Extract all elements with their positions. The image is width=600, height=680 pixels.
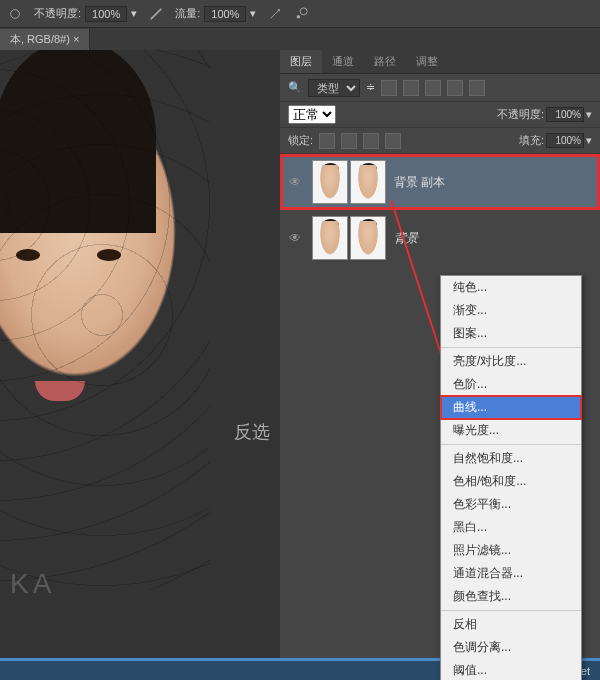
filter-adjust-icon[interactable] (403, 80, 419, 96)
svg-point-2 (301, 7, 308, 14)
visibility-icon[interactable]: 👁 (286, 173, 304, 191)
fill-input[interactable] (546, 133, 584, 148)
flow-field: 流量: 100% ▾ (175, 6, 256, 22)
lock-pixels-icon[interactable] (341, 133, 357, 149)
blend-mode-select[interactable]: 正常 (288, 105, 336, 124)
marching-ants-selection (0, 50, 210, 590)
menu-item[interactable]: 颜色查找... (441, 585, 581, 608)
pressure-size-icon[interactable] (294, 7, 308, 21)
menu-item[interactable]: 渐变... (441, 299, 581, 322)
lock-position-icon[interactable] (363, 133, 379, 149)
tab-layers[interactable]: 图层 (280, 50, 322, 73)
document-tab[interactable]: 本, RGB/8#) × (0, 29, 90, 50)
lock-label: 锁定: (288, 133, 313, 148)
tab-paths[interactable]: 路径 (364, 50, 406, 73)
opacity-label: 不透明度: (34, 6, 81, 21)
layer-thumbnail[interactable] (312, 216, 348, 260)
chevron-down-icon[interactable]: ▾ (250, 7, 256, 20)
menu-item[interactable]: 色相/饱和度... (441, 470, 581, 493)
filter-smart-icon[interactable] (469, 80, 485, 96)
menu-item[interactable]: 色阶... (441, 373, 581, 396)
filter-type-icon[interactable] (425, 80, 441, 96)
brush-icon[interactable] (8, 7, 22, 21)
layer-row[interactable]: 👁 背景 (280, 210, 600, 266)
chevron-down-icon[interactable]: ≑ (366, 81, 375, 94)
search-icon[interactable]: 🔍 (288, 81, 302, 94)
menu-item[interactable]: 反相 (441, 613, 581, 636)
svg-point-0 (11, 9, 20, 18)
layer-name[interactable]: 背景 (394, 230, 418, 247)
annotation-reverse: 反选 (234, 420, 270, 444)
pressure-opacity-icon[interactable] (149, 7, 163, 21)
fill-label: 填充: (519, 133, 544, 148)
menu-item[interactable]: 黑白... (441, 516, 581, 539)
menu-item[interactable]: 通道混合器... (441, 562, 581, 585)
flow-value[interactable]: 100% (204, 6, 246, 22)
menu-item[interactable]: 图案... (441, 322, 581, 345)
menu-item[interactable]: 曝光度... (441, 419, 581, 442)
lock-all-icon[interactable] (385, 133, 401, 149)
svg-point-1 (297, 14, 301, 18)
menu-item[interactable]: 曲线... (441, 396, 581, 419)
filter-pixel-icon[interactable] (381, 80, 397, 96)
opacity-field: 不透明度: 100% ▾ (34, 6, 137, 22)
chevron-down-icon[interactable]: ▾ (131, 7, 137, 20)
layer-thumbnail[interactable] (312, 160, 348, 204)
flow-label: 流量: (175, 6, 200, 21)
layer-opacity-label: 不透明度: (497, 107, 544, 122)
chevron-down-icon[interactable]: ▾ (586, 108, 592, 121)
document-image (0, 50, 210, 590)
menu-item[interactable]: 照片滤镜... (441, 539, 581, 562)
adjustment-layer-menu: 纯色...渐变...图案...亮度/对比度...色阶...曲线...曝光度...… (440, 275, 582, 680)
menu-item[interactable]: 纯色... (441, 276, 581, 299)
layer-thumbnail[interactable] (350, 216, 386, 260)
layer-row[interactable]: 👁 背景 副本 (280, 154, 600, 210)
layer-opacity-input[interactable] (546, 107, 584, 122)
layer-name[interactable]: 背景 副本 (394, 174, 445, 191)
chevron-down-icon[interactable]: ▾ (586, 134, 592, 147)
visibility-icon[interactable]: 👁 (286, 229, 304, 247)
tab-channels[interactable]: 通道 (322, 50, 364, 73)
canvas[interactable]: 反选 KA (0, 50, 280, 680)
filter-kind-select[interactable]: 类型 (308, 79, 360, 97)
lock-transparent-icon[interactable] (319, 133, 335, 149)
opacity-value[interactable]: 100% (85, 6, 127, 22)
tab-adjust[interactable]: 调整 (406, 50, 448, 73)
layer-thumbnail[interactable] (350, 160, 386, 204)
menu-item[interactable]: 自然饱和度... (441, 447, 581, 470)
menu-item[interactable]: 阈值... (441, 659, 581, 680)
airbrush-icon[interactable] (268, 7, 282, 21)
menu-item[interactable]: 色调分离... (441, 636, 581, 659)
menu-item[interactable]: 色彩平衡... (441, 493, 581, 516)
menu-item[interactable]: 亮度/对比度... (441, 350, 581, 373)
filter-shape-icon[interactable] (447, 80, 463, 96)
watermark: KA (10, 568, 55, 600)
